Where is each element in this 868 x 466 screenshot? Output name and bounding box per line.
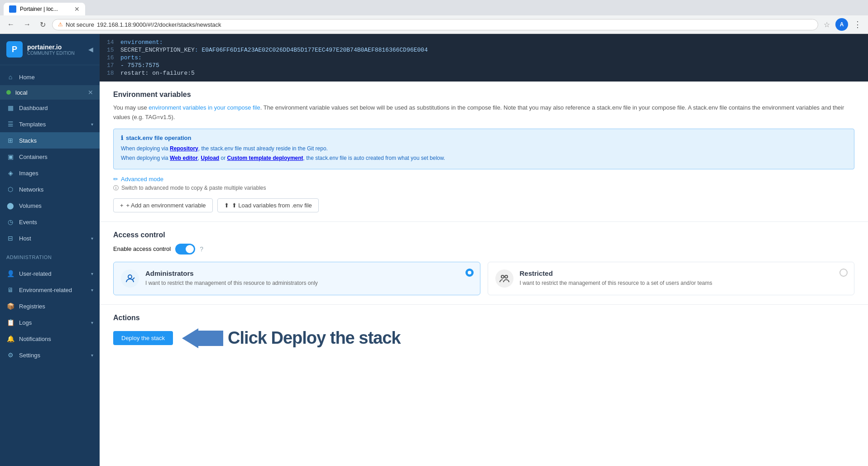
info-icon: ℹ (121, 135, 123, 141)
volumes-icon: ⬤ (6, 202, 14, 210)
upload-icon: ⬆ (224, 202, 229, 209)
sidebar-collapse-button[interactable]: ◀ (88, 46, 93, 53)
sidebar-item-label: Settings (19, 352, 86, 359)
svg-point-3 (501, 275, 504, 278)
env-close-button[interactable]: ✕ (88, 89, 93, 96)
sidebar-item-label: Environment-related (19, 287, 86, 293)
custom-template-link[interactable]: Custom template deployment (227, 155, 303, 161)
deploy-stack-button[interactable]: Deploy the stack (113, 331, 173, 345)
tab-close-button[interactable]: ✕ (74, 5, 80, 13)
admin-card-desc: I want to restrict the management of thi… (145, 279, 318, 287)
sidebar: P portainer.io COMMUNITY EDITION ◀ ⌂ Hom… (0, 34, 100, 466)
stacks-icon: ⊞ (6, 136, 14, 144)
env-link[interactable]: environment variables in your compose fi… (149, 104, 260, 111)
sidebar-admin-nav: 👤 User-related ▾ 🖥 Environment-related ▾… (0, 262, 100, 367)
upload-link[interactable]: Upload (201, 155, 220, 161)
logo-icon: P (6, 41, 23, 58)
sidebar-item-logs[interactable]: 📋 Logs ▾ (0, 314, 100, 331)
sidebar-item-label: Notifications (19, 336, 93, 342)
sidebar-item-registries[interactable]: 📦 Registries (0, 298, 100, 314)
access-card-administrators[interactable]: Administrators I want to restrict the ma… (113, 262, 480, 295)
reload-button[interactable]: ↻ (37, 19, 48, 31)
chevron-down-icon: ▾ (91, 353, 93, 358)
sidebar-item-networks[interactable]: ⬡ Networks (0, 181, 100, 197)
sidebar-item-images[interactable]: ◈ Images (0, 165, 100, 181)
sidebar-env-local[interactable]: local ✕ (0, 85, 100, 100)
back-button[interactable]: ← (5, 19, 17, 30)
info-box-body: When deploying via Repository, the stack… (121, 144, 847, 163)
access-card-content: Administrators I want to restrict the ma… (145, 269, 318, 287)
security-icon: ⚠ (58, 21, 63, 28)
notifications-icon: 🔔 (6, 335, 14, 343)
events-icon: ◷ (6, 218, 14, 226)
bookmark-star[interactable]: ☆ (822, 19, 832, 31)
access-card-restricted[interactable]: Restricted I want to restrict the manage… (488, 262, 855, 295)
browser-chrome: Portainer | loc... ✕ ← → ↻ ⚠ Not secure … (0, 0, 868, 34)
admin-card-title: Administrators (145, 269, 318, 277)
code-line-15: 15 SECRET_ENCRYPTION_KEY: E0AF06FF6D1FA2… (100, 46, 868, 54)
sidebar-item-environment-related[interactable]: 🖥 Environment-related ▾ (0, 282, 100, 298)
sidebar-item-containers[interactable]: ▣ Containers (0, 149, 100, 165)
info-line-1: When deploying via Repository, the stack… (121, 144, 847, 154)
registries-icon: 📦 (6, 302, 14, 310)
tab-favicon (9, 5, 16, 13)
security-label: Not secure (66, 21, 94, 28)
web-editor-link[interactable]: Web editor (170, 155, 198, 161)
code-line-14: 14 environment: (100, 38, 868, 46)
code-line-17: 17 - 7575:7575 (100, 62, 868, 69)
restricted-card-desc: I want to restrict the management of thi… (520, 279, 713, 287)
sidebar-item-settings[interactable]: ⚙ Settings ▾ (0, 347, 100, 363)
arrow-body (198, 331, 223, 346)
sidebar-item-templates[interactable]: ☰ Templates ▾ (0, 116, 100, 132)
environment-related-icon: 🖥 (6, 286, 14, 294)
code-line-18: 18 restart: on-failure:5 (100, 69, 868, 77)
restricted-radio (839, 269, 848, 277)
env-status-dot (6, 90, 11, 95)
logo-sub: COMMUNITY EDITION (27, 51, 75, 56)
chevron-down-icon: ▾ (91, 271, 93, 276)
address-bar[interactable]: ⚠ Not secure 192.168.1.18:9000/#!/2/dock… (52, 19, 818, 30)
advanced-mode-sub: ⓘ Switch to advanced mode to copy & past… (113, 184, 854, 192)
advanced-mode-link[interactable]: ✏ Advanced mode (113, 176, 854, 183)
sidebar-item-user-related[interactable]: 👤 User-related ▾ (0, 265, 100, 282)
home-icon: ⌂ (6, 73, 14, 81)
sidebar-item-label: Templates (19, 121, 86, 128)
content-inner: 14 environment: 15 SECRET_ENCRYPTION_KEY… (100, 34, 868, 466)
svg-point-2 (132, 279, 133, 280)
env-label: local (15, 89, 83, 96)
sidebar-item-label: Dashboard (19, 105, 93, 111)
active-tab[interactable]: Portainer | loc... ✕ (4, 3, 85, 15)
sidebar-item-host[interactable]: ⊟ Host ▾ (0, 230, 100, 246)
tab-title: Portainer | loc... (20, 6, 58, 12)
access-control-toggle[interactable] (175, 244, 195, 255)
chevron-down-icon: ▾ (91, 288, 93, 293)
sidebar-item-notifications[interactable]: 🔔 Notifications (0, 331, 100, 347)
arrow-container (182, 328, 223, 348)
access-control-title: Access control (113, 231, 854, 239)
logo-letter: P (12, 45, 17, 54)
deploy-area: Deploy the stack Click Deploy the stack (113, 328, 854, 348)
user-related-icon: 👤 (6, 269, 14, 278)
load-env-file-button[interactable]: ⬆ ⬆ Load variables from .env file (217, 198, 319, 212)
sidebar-item-dashboard[interactable]: ▦ Dashboard (0, 100, 100, 116)
sidebar-item-label: Home (19, 74, 93, 81)
env-variables-desc: You may use environment variables in you… (113, 103, 854, 122)
images-icon: ◈ (6, 169, 14, 177)
repository-link[interactable]: Repository (170, 145, 198, 152)
sidebar-item-volumes[interactable]: ⬤ Volumes (0, 197, 100, 214)
browser-menu-button[interactable]: ⋮ (852, 19, 863, 30)
restricted-icon (495, 269, 513, 288)
containers-icon: ▣ (6, 153, 14, 161)
info-circle-icon: ⓘ (113, 184, 119, 192)
dashboard-icon: ▦ (6, 104, 14, 112)
user-avatar[interactable]: A (835, 18, 848, 31)
add-env-variable-button[interactable]: + + Add an environment variable (113, 198, 213, 212)
info-box-title: ℹ stack.env file operation (121, 135, 847, 141)
forward-button[interactable]: → (21, 19, 34, 30)
sidebar-item-events[interactable]: ◷ Events (0, 214, 100, 230)
code-editor[interactable]: 14 environment: 15 SECRET_ENCRYPTION_KEY… (100, 34, 868, 82)
help-icon[interactable]: ? (200, 245, 203, 253)
sidebar-logo: P portainer.io COMMUNITY EDITION ◀ (0, 34, 100, 65)
sidebar-item-home[interactable]: ⌂ Home (0, 69, 100, 85)
sidebar-item-stacks[interactable]: ⊞ Stacks (0, 132, 100, 149)
